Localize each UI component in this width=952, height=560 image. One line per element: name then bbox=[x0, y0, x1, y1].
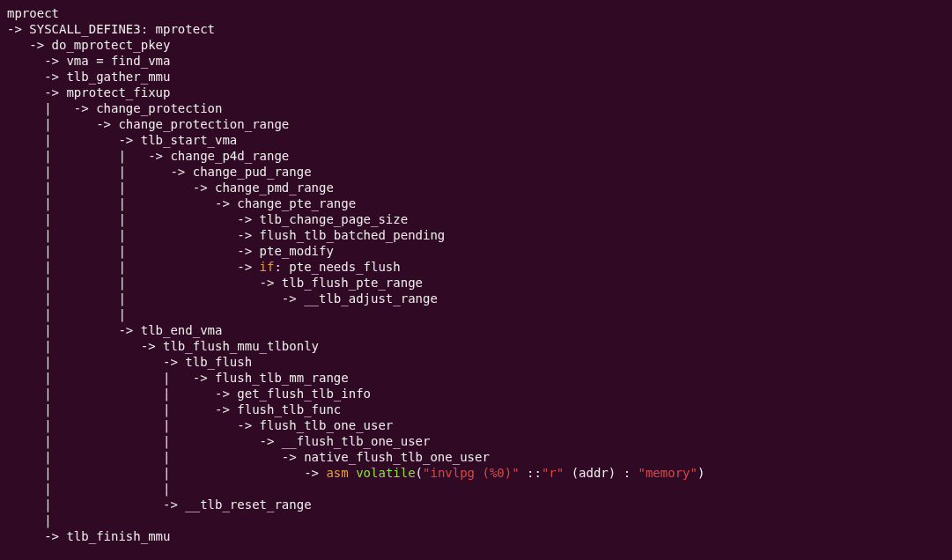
code-line: | | -> tlb_flush_pte_range bbox=[7, 276, 423, 290]
code-line: | | -> pte_modify bbox=[7, 244, 334, 258]
code-line: mproect bbox=[7, 6, 59, 20]
code-segment: | | bbox=[7, 307, 126, 321]
code-line: | -> tlb_flush_mmu_tlbonly bbox=[7, 339, 319, 353]
code-segment: | | -> bbox=[7, 260, 260, 274]
code-segment: | | bbox=[7, 482, 170, 496]
code-line: | | -> change_pud_range bbox=[7, 165, 312, 179]
code-line: | | -> change_p4d_range bbox=[7, 149, 289, 163]
code-line: | bbox=[7, 513, 52, 527]
code-segment: | -> change_protection bbox=[7, 101, 222, 115]
code-segment: | -> tlb_start_vma bbox=[7, 133, 237, 147]
code-segment: if bbox=[260, 260, 275, 274]
code-segment: "r" bbox=[542, 466, 564, 480]
code-segment: "memory" bbox=[638, 466, 697, 480]
code-line: | | bbox=[7, 482, 170, 496]
code-segment: | | -> change_pud_range bbox=[7, 165, 312, 179]
code-line: | | -> flush_tlb_func bbox=[7, 402, 341, 416]
code-segment: | | -> tlb_flush_pte_range bbox=[7, 276, 423, 290]
code-segment: : pte_needs_flush bbox=[274, 260, 400, 274]
code-line: | | -> if: pte_needs_flush bbox=[7, 260, 401, 274]
code-segment: -> mprotect_fixup bbox=[7, 85, 170, 99]
code-line: | | -> asm volatile("invlpg (%0)" ::"r" … bbox=[7, 466, 705, 480]
code-segment: | | -> __flush_tlb_one_user bbox=[7, 434, 430, 448]
code-line: | -> __tlb_reset_range bbox=[7, 497, 312, 512]
code-segment: :: bbox=[520, 466, 542, 480]
code-segment: | | -> tlb_change_page_size bbox=[7, 212, 408, 226]
code-line: | | -> change_pmd_range bbox=[7, 181, 334, 195]
code-segment: ( bbox=[416, 466, 423, 480]
code-line: -> vma = find_vma bbox=[7, 54, 170, 68]
code-segment: | | -> change_pte_range bbox=[7, 196, 356, 210]
code-line: -> tlb_finish_mmu bbox=[7, 529, 170, 543]
code-line: -> tlb_gather_mmu bbox=[7, 70, 170, 84]
code-line: | -> tlb_flush bbox=[7, 355, 252, 369]
code-segment: asm bbox=[326, 466, 348, 480]
code-segment: | | -> change_p4d_range bbox=[7, 149, 289, 163]
code-line: | | -> native_flush_tlb_one_user bbox=[7, 450, 490, 464]
code-segment: | -> change_protection_range bbox=[7, 117, 289, 131]
code-segment: | | -> __tlb_adjust_range bbox=[7, 291, 438, 306]
code-segment: -> tlb_gather_mmu bbox=[7, 70, 170, 84]
code-segment: | -> tlb_flush bbox=[7, 355, 252, 369]
code-line: | -> tlb_start_vma bbox=[7, 133, 237, 147]
code-segment: | | -> flush_tlb_batched_pending bbox=[7, 228, 445, 242]
code-segment: volatile bbox=[356, 466, 415, 480]
code-segment: | | -> pte_modify bbox=[7, 244, 334, 258]
code-segment: mproect bbox=[7, 6, 59, 20]
code-segment: | -> tlb_end_vma bbox=[7, 323, 222, 337]
code-segment: | | -> native_flush_tlb_one_user bbox=[7, 450, 490, 464]
code-segment: -> do_mprotect_pkey bbox=[7, 38, 170, 52]
code-segment: | | -> bbox=[7, 466, 326, 480]
terminal-output: mproect -> SYSCALL_DEFINE3: mprotect -> … bbox=[0, 0, 952, 555]
code-line: | | bbox=[7, 307, 126, 321]
code-segment: | -> __tlb_reset_range bbox=[7, 497, 312, 512]
code-segment: | | -> change_pmd_range bbox=[7, 181, 334, 195]
code-segment: -> vma = find_vma bbox=[7, 54, 170, 68]
code-segment: -> tlb_finish_mmu bbox=[7, 529, 170, 543]
code-line: | | -> get_flush_tlb_info bbox=[7, 387, 371, 401]
code-line: | -> tlb_end_vma bbox=[7, 323, 222, 337]
code-line: | | -> flush_tlb_batched_pending bbox=[7, 228, 445, 242]
code-line: -> mprotect_fixup bbox=[7, 85, 170, 99]
code-segment: | | -> flush_tlb_func bbox=[7, 402, 341, 416]
code-line: -> SYSCALL_DEFINE3: mprotect bbox=[7, 22, 215, 36]
code-segment: | bbox=[7, 513, 52, 527]
code-line: | | -> change_pte_range bbox=[7, 196, 356, 210]
code-segment: | | -> flush_tlb_one_user bbox=[7, 418, 393, 432]
code-line: | | -> __tlb_adjust_range bbox=[7, 291, 438, 306]
code-line: | -> change_protection_range bbox=[7, 117, 289, 131]
code-segment: -> SYSCALL_DEFINE3: mprotect bbox=[7, 22, 215, 36]
code-line: | | -> tlb_change_page_size bbox=[7, 212, 408, 226]
code-line: | | -> __flush_tlb_one_user bbox=[7, 434, 430, 448]
code-segment: | | -> flush_tlb_mm_range bbox=[7, 371, 349, 385]
code-segment: | | -> get_flush_tlb_info bbox=[7, 387, 371, 401]
code-line: | | -> flush_tlb_mm_range bbox=[7, 371, 349, 385]
code-segment: | -> tlb_flush_mmu_tlbonly bbox=[7, 339, 319, 353]
code-line: -> do_mprotect_pkey bbox=[7, 38, 170, 52]
code-segment bbox=[349, 466, 356, 480]
code-segment: (addr) : bbox=[564, 466, 638, 480]
code-segment: "invlpg (%0)" bbox=[423, 466, 520, 480]
code-line: | | -> flush_tlb_one_user bbox=[7, 418, 393, 432]
code-line: | -> change_protection bbox=[7, 101, 222, 115]
code-segment: ) bbox=[697, 466, 705, 480]
